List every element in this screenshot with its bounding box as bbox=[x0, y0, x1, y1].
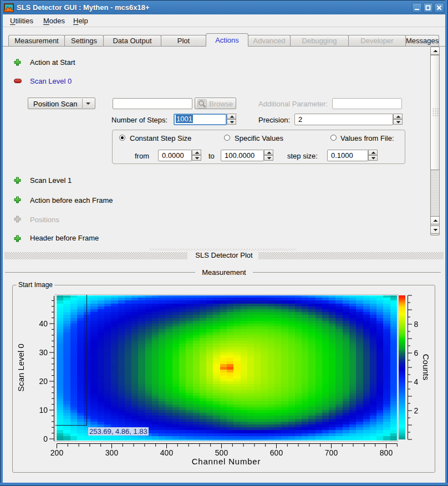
svg-text:600: 600 bbox=[270, 448, 283, 457]
svg-text:800: 800 bbox=[380, 448, 393, 457]
svg-text:500: 500 bbox=[215, 448, 228, 457]
svg-text:2: 2 bbox=[414, 406, 419, 415]
svg-text:Channel Number: Channel Number bbox=[192, 457, 261, 466]
svg-text:300: 300 bbox=[105, 448, 119, 457]
svg-text:400: 400 bbox=[160, 448, 174, 457]
svg-text:200: 200 bbox=[50, 448, 64, 457]
svg-text:10: 10 bbox=[39, 406, 48, 415]
svg-text:Counts: Counts bbox=[421, 354, 431, 381]
svg-text:30: 30 bbox=[39, 348, 48, 357]
svg-text:Scan Level 0: Scan Level 0 bbox=[16, 344, 26, 392]
svg-text:700: 700 bbox=[325, 448, 338, 457]
svg-text:0: 0 bbox=[43, 434, 48, 443]
svg-text:8: 8 bbox=[414, 320, 419, 329]
svg-text:6: 6 bbox=[414, 349, 419, 357]
svg-text:4: 4 bbox=[414, 377, 419, 386]
svg-text:40: 40 bbox=[39, 319, 48, 328]
svg-text:20: 20 bbox=[39, 377, 48, 386]
